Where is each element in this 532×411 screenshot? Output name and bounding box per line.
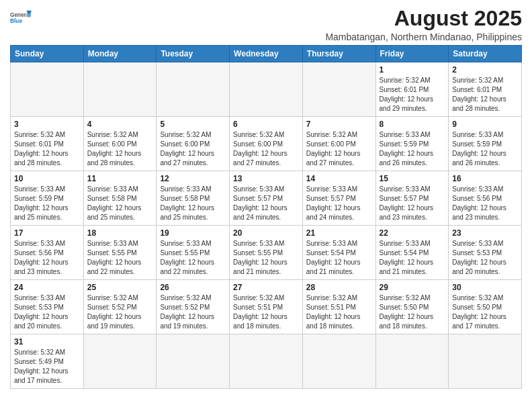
calendar-cell: 23Sunrise: 5:33 AM Sunset: 5:53 PM Dayli… [449, 226, 522, 280]
day-info: Sunrise: 5:32 AM Sunset: 6:01 PM Dayligh… [452, 76, 518, 113]
day-number: 15 [380, 174, 445, 183]
day-info: Sunrise: 5:33 AM Sunset: 5:56 PM Dayligh… [14, 239, 80, 277]
calendar-cell: 19Sunrise: 5:33 AM Sunset: 5:55 PM Dayli… [157, 226, 230, 280]
calendar-week-row: 1Sunrise: 5:32 AM Sunset: 6:01 PM Daylig… [11, 62, 522, 117]
day-info: Sunrise: 5:33 AM Sunset: 5:58 PM Dayligh… [87, 185, 153, 222]
day-info: Sunrise: 5:32 AM Sunset: 5:51 PM Dayligh… [306, 293, 372, 331]
calendar-cell [375, 334, 449, 389]
generalblue-logo-icon: General Blue [10, 9, 32, 28]
calendar-cell [449, 334, 522, 389]
calendar-cell [83, 62, 157, 117]
day-info: Sunrise: 5:33 AM Sunset: 5:57 PM Dayligh… [233, 185, 299, 222]
day-number: 20 [233, 228, 299, 238]
svg-text:Blue: Blue [10, 17, 22, 24]
day-info: Sunrise: 5:32 AM Sunset: 6:00 PM Dayligh… [87, 130, 153, 168]
weekday-header-thursday: Thursday [302, 46, 375, 62]
day-info: Sunrise: 5:32 AM Sunset: 6:01 PM Dayligh… [380, 76, 445, 113]
day-number: 2 [452, 65, 518, 75]
day-number: 9 [452, 120, 518, 129]
calendar-cell: 24Sunrise: 5:33 AM Sunset: 5:53 PM Dayli… [11, 280, 84, 334]
calendar-cell: 5Sunrise: 5:32 AM Sunset: 6:00 PM Daylig… [157, 117, 230, 171]
calendar-cell: 30Sunrise: 5:32 AM Sunset: 5:50 PM Dayli… [449, 280, 522, 334]
calendar-cell: 7Sunrise: 5:32 AM Sunset: 6:00 PM Daylig… [302, 117, 375, 171]
calendar-cell [302, 62, 375, 117]
day-number: 31 [14, 337, 80, 347]
day-info: Sunrise: 5:32 AM Sunset: 5:50 PM Dayligh… [452, 293, 518, 331]
title-section: August 2025 Mambatangan, Northern Mindan… [325, 7, 522, 42]
day-info: Sunrise: 5:33 AM Sunset: 5:57 PM Dayligh… [380, 185, 445, 222]
day-number: 23 [452, 228, 518, 238]
day-number: 1 [380, 65, 445, 75]
calendar-cell: 13Sunrise: 5:33 AM Sunset: 5:57 PM Dayli… [230, 171, 303, 226]
day-number: 18 [87, 228, 153, 238]
calendar-cell: 16Sunrise: 5:33 AM Sunset: 5:56 PM Dayli… [449, 171, 522, 226]
day-number: 30 [452, 283, 518, 292]
weekday-header-saturday: Saturday [449, 46, 522, 62]
day-number: 3 [14, 120, 80, 129]
day-info: Sunrise: 5:32 AM Sunset: 6:00 PM Dayligh… [233, 130, 299, 168]
calendar-cell: 14Sunrise: 5:33 AM Sunset: 5:57 PM Dayli… [302, 171, 375, 226]
calendar-cell: 22Sunrise: 5:33 AM Sunset: 5:54 PM Dayli… [375, 226, 449, 280]
day-info: Sunrise: 5:33 AM Sunset: 5:55 PM Dayligh… [233, 239, 299, 277]
day-number: 6 [233, 120, 299, 129]
day-info: Sunrise: 5:33 AM Sunset: 5:59 PM Dayligh… [380, 130, 445, 168]
day-info: Sunrise: 5:32 AM Sunset: 5:52 PM Dayligh… [87, 293, 153, 331]
calendar-cell: 8Sunrise: 5:33 AM Sunset: 5:59 PM Daylig… [375, 117, 449, 171]
day-number: 21 [306, 228, 372, 238]
calendar-cell: 25Sunrise: 5:32 AM Sunset: 5:52 PM Dayli… [83, 280, 157, 334]
calendar-cell: 11Sunrise: 5:33 AM Sunset: 5:58 PM Dayli… [83, 171, 157, 226]
day-number: 26 [160, 283, 226, 292]
weekday-header-monday: Monday [83, 46, 157, 62]
day-info: Sunrise: 5:33 AM Sunset: 5:55 PM Dayligh… [160, 239, 226, 277]
calendar-week-row: 17Sunrise: 5:33 AM Sunset: 5:56 PM Dayli… [11, 226, 522, 280]
weekday-header-sunday: Sunday [11, 46, 84, 62]
day-info: Sunrise: 5:32 AM Sunset: 5:50 PM Dayligh… [380, 293, 445, 331]
calendar-cell [302, 334, 375, 389]
day-info: Sunrise: 5:33 AM Sunset: 5:57 PM Dayligh… [306, 185, 372, 222]
calendar-cell: 4Sunrise: 5:32 AM Sunset: 6:00 PM Daylig… [83, 117, 157, 171]
month-year-title: August 2025 [325, 7, 522, 30]
day-number: 28 [306, 283, 372, 292]
calendar-cell: 31Sunrise: 5:32 AM Sunset: 5:49 PM Dayli… [11, 334, 84, 389]
weekday-header-friday: Friday [375, 46, 449, 62]
day-number: 7 [306, 120, 372, 129]
day-number: 14 [306, 174, 372, 183]
day-number: 8 [380, 120, 445, 129]
day-info: Sunrise: 5:33 AM Sunset: 5:55 PM Dayligh… [87, 239, 153, 277]
calendar-cell [157, 334, 230, 389]
calendar-cell: 12Sunrise: 5:33 AM Sunset: 5:58 PM Dayli… [157, 171, 230, 226]
day-number: 19 [160, 228, 226, 238]
day-number: 17 [14, 228, 80, 238]
day-number: 11 [87, 174, 153, 183]
day-number: 16 [452, 174, 518, 183]
calendar-week-row: 10Sunrise: 5:33 AM Sunset: 5:59 PM Dayli… [11, 171, 522, 226]
weekday-header-tuesday: Tuesday [157, 46, 230, 62]
calendar-cell [230, 334, 303, 389]
day-info: Sunrise: 5:33 AM Sunset: 5:56 PM Dayligh… [452, 185, 518, 222]
calendar-cell: 1Sunrise: 5:32 AM Sunset: 6:01 PM Daylig… [375, 62, 449, 117]
calendar-cell [157, 62, 230, 117]
day-number: 25 [87, 283, 153, 292]
day-info: Sunrise: 5:32 AM Sunset: 5:52 PM Dayligh… [160, 293, 226, 331]
calendar-cell: 28Sunrise: 5:32 AM Sunset: 5:51 PM Dayli… [302, 280, 375, 334]
calendar-cell [11, 62, 84, 117]
day-info: Sunrise: 5:33 AM Sunset: 5:58 PM Dayligh… [160, 185, 226, 222]
day-number: 13 [233, 174, 299, 183]
calendar-week-row: 3Sunrise: 5:32 AM Sunset: 6:01 PM Daylig… [11, 117, 522, 171]
day-number: 27 [233, 283, 299, 292]
day-info: Sunrise: 5:32 AM Sunset: 6:01 PM Dayligh… [14, 130, 80, 168]
calendar-cell: 26Sunrise: 5:32 AM Sunset: 5:52 PM Dayli… [157, 280, 230, 334]
calendar-cell: 29Sunrise: 5:32 AM Sunset: 5:50 PM Dayli… [375, 280, 449, 334]
calendar-cell: 9Sunrise: 5:33 AM Sunset: 5:59 PM Daylig… [449, 117, 522, 171]
day-info: Sunrise: 5:32 AM Sunset: 5:51 PM Dayligh… [233, 293, 299, 331]
day-info: Sunrise: 5:33 AM Sunset: 5:59 PM Dayligh… [452, 130, 518, 168]
logo: General Blue [10, 7, 32, 28]
day-info: Sunrise: 5:33 AM Sunset: 5:53 PM Dayligh… [452, 239, 518, 277]
day-number: 4 [87, 120, 153, 129]
day-info: Sunrise: 5:32 AM Sunset: 5:49 PM Dayligh… [14, 348, 80, 385]
day-info: Sunrise: 5:33 AM Sunset: 5:53 PM Dayligh… [14, 293, 80, 331]
day-number: 22 [380, 228, 445, 238]
day-number: 12 [160, 174, 226, 183]
day-info: Sunrise: 5:32 AM Sunset: 6:00 PM Dayligh… [160, 130, 226, 168]
day-info: Sunrise: 5:32 AM Sunset: 6:00 PM Dayligh… [306, 130, 372, 168]
